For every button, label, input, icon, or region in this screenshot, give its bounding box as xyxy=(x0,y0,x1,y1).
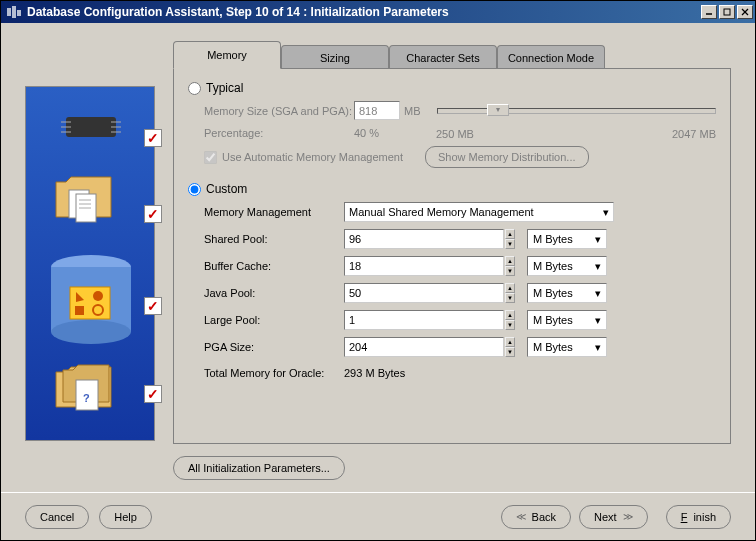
typical-label: Typical xyxy=(206,81,243,95)
large-pool-row: Large Pool: ▲▼ M Bytes▾ xyxy=(204,310,716,330)
memsize-input xyxy=(354,101,400,120)
pga-size-input[interactable] xyxy=(344,337,504,357)
custom-label: Custom xyxy=(206,182,247,196)
main-panel: Memory Sizing Character Sets Connection … xyxy=(173,41,731,480)
total-memory-label: Total Memory for Oracle: xyxy=(204,367,344,379)
buffer-cache-input[interactable] xyxy=(344,256,504,276)
next-button[interactable]: Next ≫ xyxy=(579,505,648,529)
typical-radio[interactable] xyxy=(188,82,201,95)
footer: Cancel Help ≪ Back Next ≫ Finish xyxy=(1,492,755,540)
java-pool-input[interactable] xyxy=(344,283,504,303)
step-check-icon: ✓ xyxy=(144,297,162,315)
svg-rect-1 xyxy=(12,6,16,18)
memory-management-label: Memory Management xyxy=(204,206,344,218)
chevron-left-icon: ≪ xyxy=(516,511,526,522)
folder-help-icon: ? xyxy=(51,362,131,427)
pga-size-label: PGA Size: xyxy=(204,341,344,353)
chevron-down-icon: ▾ xyxy=(595,233,601,246)
wizard-sidebar-image: ✓ ✓ ✓ ? xyxy=(25,86,155,441)
titlebar: Database Configuration Assistant, Step 1… xyxy=(1,1,755,23)
memory-management-select[interactable]: Manual Shared Memory Management ▾ xyxy=(344,202,614,222)
svg-point-24 xyxy=(93,291,103,301)
buffer-cache-label: Buffer Cache: xyxy=(204,260,344,272)
percentage-label: Percentage: xyxy=(204,127,354,139)
window-title: Database Configuration Assistant, Step 1… xyxy=(27,5,701,19)
buffer-cache-row: Buffer Cache: ▲▼ M Bytes▾ xyxy=(204,256,716,276)
memory-panel: Typical Memory Size (SGA and PGA): MB ▾ xyxy=(173,68,731,444)
memsize-unit: MB xyxy=(404,105,421,117)
step-check-icon: ✓ xyxy=(144,129,162,147)
auto-memory-checkbox xyxy=(204,151,217,164)
chevron-down-icon: ▾ xyxy=(595,287,601,300)
range-min: 250 MB xyxy=(436,128,474,140)
tab-memory[interactable]: Memory xyxy=(173,41,281,69)
svg-rect-4 xyxy=(724,9,730,15)
back-button[interactable]: ≪ Back xyxy=(501,505,571,529)
tab-connection-mode[interactable]: Connection Mode xyxy=(497,45,605,69)
shared-pool-row: Shared Pool: ▲▼ M Bytes▾ xyxy=(204,229,716,249)
buffer-cache-unit-select[interactable]: M Bytes▾ xyxy=(527,256,607,276)
window: Database Configuration Assistant, Step 1… xyxy=(0,0,756,541)
svg-rect-0 xyxy=(7,8,11,16)
svg-rect-25 xyxy=(75,306,84,315)
memory-slider: ▾ xyxy=(437,108,717,114)
auto-memory-label: Use Automatic Memory Management xyxy=(222,151,403,163)
range-max: 2047 MB xyxy=(672,128,716,140)
cancel-button[interactable]: Cancel xyxy=(25,505,89,529)
shared-pool-stepper[interactable]: ▲▼ xyxy=(505,229,515,249)
memory-management-value: Manual Shared Memory Management xyxy=(349,206,534,218)
java-pool-row: Java Pool: ▲▼ M Bytes▾ xyxy=(204,283,716,303)
pga-size-row: PGA Size: ▲▼ M Bytes▾ xyxy=(204,337,716,357)
java-pool-label: Java Pool: xyxy=(204,287,344,299)
svg-text:?: ? xyxy=(83,392,90,404)
large-pool-input[interactable] xyxy=(344,310,504,330)
chevron-down-icon: ▾ xyxy=(603,206,609,219)
shared-pool-input[interactable] xyxy=(344,229,504,249)
percentage-value: 40 % xyxy=(354,127,420,139)
chip-icon xyxy=(56,107,126,147)
chevron-down-icon: ▾ xyxy=(595,314,601,327)
java-pool-stepper[interactable]: ▲▼ xyxy=(505,283,515,303)
chevron-right-icon: ≫ xyxy=(623,511,633,522)
help-button[interactable]: Help xyxy=(99,505,152,529)
large-pool-unit-select[interactable]: M Bytes▾ xyxy=(527,310,607,330)
show-memory-distribution-button: Show Memory Distribution... xyxy=(425,146,589,168)
step-check-icon: ✓ xyxy=(144,385,162,403)
all-initialization-parameters-button[interactable]: All Initialization Parameters... xyxy=(173,456,345,480)
step-check-icon: ✓ xyxy=(144,205,162,223)
content: ✓ ✓ ✓ ? xyxy=(1,23,755,492)
shared-pool-unit-select[interactable]: M Bytes▾ xyxy=(527,229,607,249)
svg-rect-7 xyxy=(66,117,116,137)
memsize-label: Memory Size (SGA and PGA): xyxy=(204,105,354,117)
slider-thumb-icon: ▾ xyxy=(487,104,509,116)
chevron-down-icon: ▾ xyxy=(595,260,601,273)
chevron-down-icon: ▾ xyxy=(595,341,601,354)
large-pool-label: Large Pool: xyxy=(204,314,344,326)
tabs: Memory Sizing Character Sets Connection … xyxy=(173,41,731,69)
folder-docs-icon xyxy=(51,172,131,247)
total-memory-value: 293 M Bytes xyxy=(344,367,405,379)
maximize-button[interactable] xyxy=(719,5,735,19)
svg-point-21 xyxy=(51,320,131,344)
buffer-cache-stepper[interactable]: ▲▼ xyxy=(505,256,515,276)
tab-character-sets[interactable]: Character Sets xyxy=(389,45,497,69)
custom-radio[interactable] xyxy=(188,183,201,196)
app-icon xyxy=(7,4,23,20)
minimize-button[interactable] xyxy=(701,5,717,19)
pga-size-stepper[interactable]: ▲▼ xyxy=(505,337,515,357)
java-pool-unit-select[interactable]: M Bytes▾ xyxy=(527,283,607,303)
close-button[interactable] xyxy=(737,5,753,19)
large-pool-stepper[interactable]: ▲▼ xyxy=(505,310,515,330)
shared-pool-label: Shared Pool: xyxy=(204,233,344,245)
database-icon xyxy=(46,252,136,347)
window-controls xyxy=(701,5,753,19)
tab-sizing[interactable]: Sizing xyxy=(281,45,389,69)
svg-rect-2 xyxy=(17,10,21,16)
finish-button[interactable]: Finish xyxy=(666,505,731,529)
pga-size-unit-select[interactable]: M Bytes▾ xyxy=(527,337,607,357)
